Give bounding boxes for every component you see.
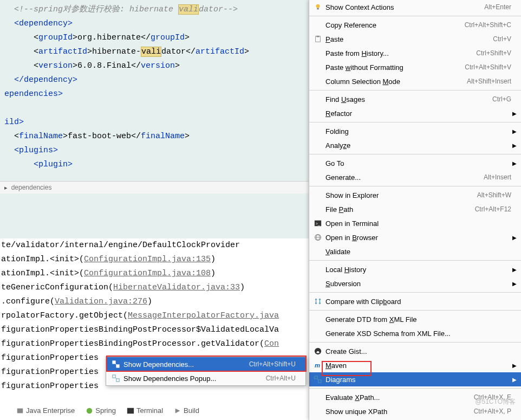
menu-item-show-context-actions[interactable]: Show Context ActionsAlt+Enter <box>309 0 521 14</box>
svg-text:>_: >_ <box>316 222 320 226</box>
menu-item-create-gist[interactable]: Create Gist... <box>309 344 521 358</box>
svg-rect-6 <box>113 375 115 378</box>
chevron-right-icon: ▶ <box>512 377 517 383</box>
bulb-icon <box>312 3 323 11</box>
chevron-right-icon: ▶ <box>512 160 517 166</box>
stack-link[interactable]: HibernateValidator.java:33 <box>113 283 240 292</box>
stack-link[interactable]: MessageInterpolatorFactory.java <box>128 311 279 320</box>
svg-point-1 <box>87 408 93 413</box>
console-area: te/validator/internal/engine/DefaultCloc… <box>0 238 309 420</box>
maven-icon: m <box>312 361 323 369</box>
chevron-right-icon: ▶ <box>512 128 517 134</box>
menu-item-file-path[interactable]: File PathCtrl+Alt+F12 <box>309 202 521 216</box>
stack-link[interactable]: ConfigurationImpl.java:135 <box>84 255 211 264</box>
menu-item-generate-dtd-from-xml-file[interactable]: Generate DTD from XML File <box>309 312 521 326</box>
svg-rect-20 <box>315 376 317 379</box>
globe-icon <box>312 234 323 241</box>
diagram-icon <box>110 374 121 382</box>
tab-build[interactable]: Build <box>174 406 199 415</box>
highlight-vali-2: vali <box>141 47 161 57</box>
diagrams-submenu: Show Dependencies... Ctrl+Alt+Shift+U Sh… <box>106 357 306 386</box>
bottom-tabs: Java Enterprise Spring Terminal Build <box>16 406 199 415</box>
svg-rect-2 <box>127 408 134 413</box>
watermark: @51CTO博客 <box>475 397 516 406</box>
diagram-icon <box>312 376 323 383</box>
code-comment: <!--spring对参数进行校验: hibernate validator--… <box>0 3 309 17</box>
menu-item-go-to[interactable]: Go To▶ <box>309 156 521 170</box>
svg-rect-10 <box>317 8 319 10</box>
svg-rect-3 <box>113 361 115 364</box>
menu-item-subversion[interactable]: Subversion▶ <box>309 276 521 290</box>
breadcrumb[interactable]: ▸ dependencies <box>0 181 309 193</box>
terminal-icon: >_ <box>312 219 323 227</box>
menu-item-diagrams[interactable]: Diagrams▶ <box>309 372 521 386</box>
svg-line-8 <box>115 378 116 379</box>
tab-spring[interactable]: Spring <box>86 406 116 415</box>
svg-rect-0 <box>17 408 23 413</box>
chevron-right-icon: ▶ <box>512 143 517 148</box>
menu-item-compare-with-clipboard[interactable]: Compare with Clipboard <box>309 294 521 308</box>
menu-item-refactor[interactable]: Refactor▶ <box>309 106 521 120</box>
chevron-right-icon: ▶ <box>512 267 517 273</box>
chevron-right-icon: ▶ <box>512 111 517 117</box>
menu-item-maven[interactable]: mMaven▶ <box>309 358 521 372</box>
menu-item-folding[interactable]: Folding▶ <box>309 124 521 138</box>
compare-icon <box>312 298 323 305</box>
chevron-right-icon: ▶ <box>512 235 517 241</box>
tab-terminal[interactable]: Terminal <box>127 406 163 415</box>
menu-item-paste-without-formatting[interactable]: Paste without FormattingCtrl+Alt+Shift+V <box>309 60 521 74</box>
menu-item-copy-reference[interactable]: Copy ReferenceCtrl+Alt+Shift+C <box>309 18 521 32</box>
menu-item-open-in-browser[interactable]: Open in Browser▶ <box>309 230 521 244</box>
paste-icon <box>312 35 323 43</box>
menu-item-column-selection-mode[interactable]: Column Selection ModeAlt+Shift+Insert <box>309 74 521 88</box>
svg-rect-4 <box>116 365 119 367</box>
svg-rect-7 <box>116 379 119 382</box>
submenu-show-dependencies-popup[interactable]: Show Dependencies Popup... Ctrl+Alt+U <box>106 371 305 385</box>
chevron-right-icon: ▶ <box>512 363 517 369</box>
svg-text:m: m <box>315 362 320 369</box>
menu-item-show-in-explorer[interactable]: Show in ExplorerAlt+Shift+W <box>309 188 521 202</box>
stack-link[interactable]: ConfigurationImpl.java:108 <box>84 269 211 278</box>
tab-java-enterprise[interactable]: Java Enterprise <box>16 406 75 415</box>
menu-item-generate-xsd-schema-from-xml-file[interactable]: Generate XSD Schema from XML File... <box>309 326 521 340</box>
menu-item-find-usages[interactable]: Find UsagesCtrl+G <box>309 92 521 106</box>
github-icon <box>312 347 323 355</box>
svg-line-5 <box>115 364 116 365</box>
svg-point-9 <box>316 4 320 8</box>
svg-rect-12 <box>316 36 319 37</box>
diagram-icon <box>110 360 121 368</box>
menu-item-paste[interactable]: PasteCtrl+V <box>309 32 521 46</box>
svg-rect-21 <box>318 380 321 383</box>
menu-item-analyze[interactable]: Analyze▶ <box>309 138 521 152</box>
chevron-right-icon: ▶ <box>512 281 517 287</box>
context-menu: Show Context ActionsAlt+EnterCopy Refere… <box>309 0 521 420</box>
code-block: <!--spring对参数进行校验: hibernate validator--… <box>0 0 309 172</box>
menu-item-validate[interactable]: Validate <box>309 244 521 259</box>
svg-line-22 <box>317 379 318 380</box>
stack-link[interactable]: Validation.java:276 <box>55 297 147 306</box>
submenu-show-dependencies[interactable]: Show Dependencies... Ctrl+Alt+Shift+U <box>106 357 305 371</box>
menu-item-open-in-terminal[interactable]: >_Open in Terminal <box>309 216 521 230</box>
menu-item-local-history[interactable]: Local History▶ <box>309 262 521 276</box>
highlight-vali: vali <box>178 4 199 15</box>
menu-item-paste-from-history[interactable]: Paste from History...Ctrl+Shift+V <box>309 46 521 60</box>
menu-item-generate[interactable]: Generate...Alt+Insert <box>309 170 521 184</box>
